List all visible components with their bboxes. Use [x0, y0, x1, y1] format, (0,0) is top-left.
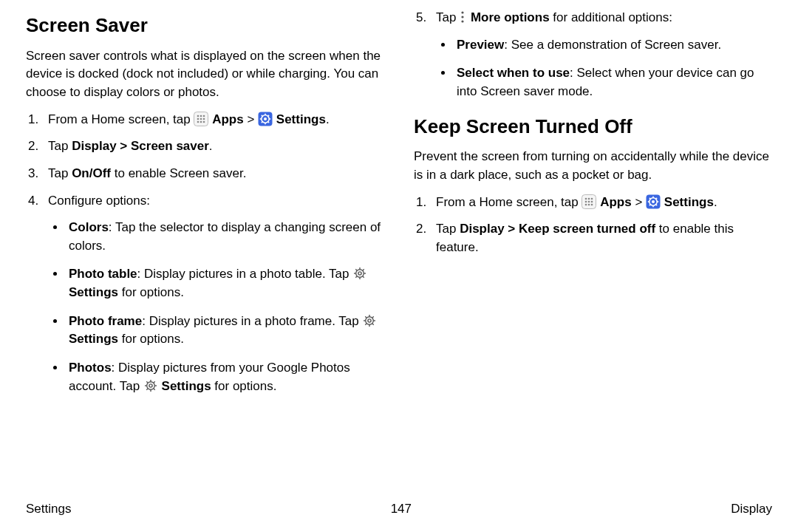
footer-page-number: 147	[391, 500, 412, 519]
step-5: Tap More options for additional options:…	[430, 9, 772, 101]
gear-outline-icon	[362, 313, 377, 328]
bullet-select-when: Select when to use: Select when your dev…	[454, 64, 772, 100]
apps-icon	[194, 112, 208, 126]
intro-screen-saver: Screen saver controls what is displayed …	[26, 47, 384, 102]
bullet-preview: Preview: See a demonstration of Screen s…	[454, 36, 772, 55]
more-options-icon	[460, 10, 467, 24]
settings-gear-icon	[258, 112, 273, 126]
page-footer: Settings 147 Display	[26, 496, 772, 519]
bullet-colors: Colors: Tap the selector to display a ch…	[66, 219, 384, 255]
bullet-photos: Photos: Display pictures from your Googl…	[66, 359, 384, 395]
gear-outline-icon	[143, 378, 158, 393]
footer-right: Display	[731, 500, 772, 519]
bullet-photo-frame: Photo frame: Display pictures in a photo…	[66, 313, 384, 349]
step-1: From a Home screen, tap Apps > Settings.	[42, 111, 384, 129]
footer-left: Settings	[26, 500, 71, 519]
apps-icon	[582, 194, 596, 209]
step-2: Tap Display > Screen saver.	[42, 137, 384, 156]
gear-outline-icon	[352, 266, 367, 281]
bullet-photo-table: Photo table: Display pictures in a photo…	[66, 265, 384, 301]
heading-screen-saver: Screen Saver	[26, 12, 384, 40]
heading-keep-screen-off: Keep Screen Turned Off	[414, 113, 772, 141]
kso-step-1: From a Home screen, tap Apps > Settings.	[430, 194, 772, 212]
step-4: Configure options: Colors: Tap the selec…	[42, 192, 384, 396]
kso-step-2: Tap Display > Keep screen turned off to …	[430, 220, 772, 256]
settings-gear-icon	[646, 194, 661, 209]
step-3: Tap On/Off to enable Screen saver.	[42, 165, 384, 183]
intro-keep-screen-off: Prevent the screen from turning on accid…	[414, 148, 772, 184]
